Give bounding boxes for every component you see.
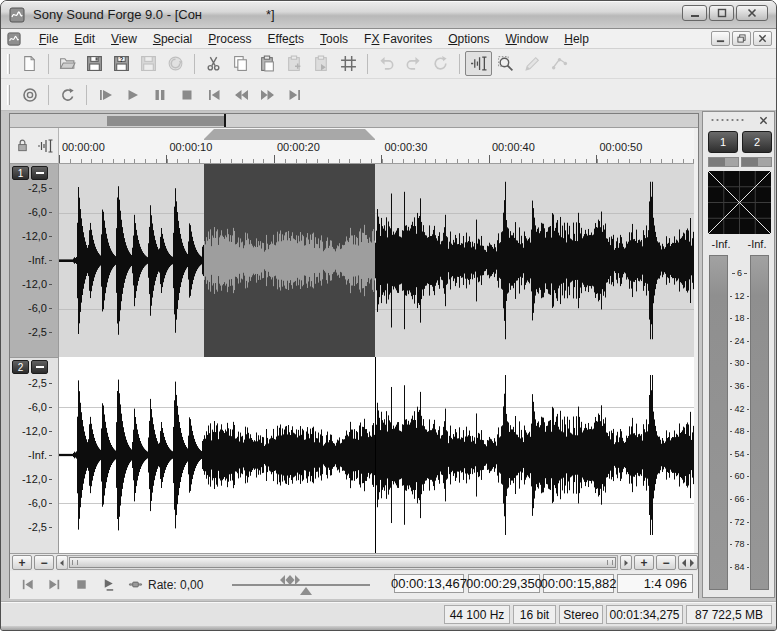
go-to-start-button[interactable] bbox=[200, 82, 227, 107]
toolbar-grip[interactable] bbox=[7, 54, 10, 74]
redo-button[interactable] bbox=[400, 51, 427, 76]
selection-length-box[interactable]: 00:00:15,882 bbox=[543, 574, 614, 593]
minimize-button[interactable] bbox=[682, 5, 707, 21]
pause-button[interactable] bbox=[146, 82, 173, 107]
overview-bar[interactable] bbox=[10, 114, 698, 128]
channel-2-buttons: 2 bbox=[12, 360, 48, 374]
paste-special-button[interactable] bbox=[281, 51, 308, 76]
play-button[interactable] bbox=[119, 82, 146, 107]
play-all-button[interactable] bbox=[92, 82, 119, 107]
scrollbar-thumb[interactable] bbox=[69, 557, 616, 568]
channel-2-wavebox[interactable] bbox=[59, 357, 694, 553]
menu-view[interactable]: View bbox=[103, 30, 145, 48]
lock-icon[interactable] bbox=[15, 138, 30, 153]
level-bar-1[interactable] bbox=[708, 157, 739, 167]
status-bit-depth[interactable]: 16 bit bbox=[513, 605, 556, 624]
overview-cursor[interactable] bbox=[224, 114, 226, 127]
titlebar[interactable]: Sony Sound Forge 9.0 - [Сон*] bbox=[1, 1, 776, 29]
panel-grip[interactable] bbox=[710, 118, 744, 122]
go-to-end-button[interactable] bbox=[281, 82, 308, 107]
panel-close-button[interactable] bbox=[756, 114, 771, 126]
edit-tool-button[interactable] bbox=[465, 51, 492, 76]
rewind-icon bbox=[233, 87, 249, 103]
menu-help[interactable]: Help bbox=[556, 30, 597, 48]
time-ruler[interactable]: 00:00:0000:00:1000:00:2000:00:3000:00:40… bbox=[59, 128, 694, 164]
go-to-end-button[interactable] bbox=[43, 574, 65, 594]
scrub-button[interactable] bbox=[124, 574, 146, 594]
stop-button[interactable] bbox=[70, 574, 92, 594]
zoom-out-button[interactable]: − bbox=[656, 555, 676, 570]
meter-channel-1-button[interactable]: 1 bbox=[708, 131, 738, 153]
repeat-button[interactable] bbox=[427, 51, 454, 76]
overview-selection[interactable] bbox=[107, 116, 224, 126]
maximize-button[interactable] bbox=[709, 5, 734, 21]
mix-paste-button[interactable] bbox=[308, 51, 335, 76]
menu-tools[interactable]: Tools bbox=[312, 30, 356, 48]
zoom-in-button[interactable]: + bbox=[634, 555, 654, 570]
menu-file[interactable]: File bbox=[31, 30, 66, 48]
pencil-tool-button[interactable] bbox=[519, 51, 546, 76]
go-to-start-button[interactable] bbox=[16, 574, 38, 594]
stop-icon bbox=[74, 577, 89, 592]
loop-playback-button[interactable] bbox=[54, 82, 81, 107]
menu-options[interactable]: Options bbox=[440, 30, 497, 48]
record-button[interactable] bbox=[16, 82, 43, 107]
meter-scale-value: 30 bbox=[730, 359, 749, 368]
horizontal-scrollbar[interactable] bbox=[67, 555, 618, 570]
rate-slider-handle[interactable] bbox=[278, 575, 302, 585]
meter-channel-2-button[interactable]: 2 bbox=[742, 131, 772, 153]
menu-fx-favorites[interactable]: FX Favorites bbox=[356, 30, 440, 48]
zoom-out-time-button[interactable]: − bbox=[34, 555, 54, 570]
status-sample-rate[interactable]: 44 100 Hz bbox=[444, 605, 510, 624]
paste-button[interactable] bbox=[254, 51, 281, 76]
status-channels[interactable]: Stereo bbox=[559, 605, 603, 624]
toolbar-grip[interactable] bbox=[7, 85, 10, 105]
menu-edit[interactable]: Edit bbox=[66, 30, 103, 48]
close-button[interactable] bbox=[736, 5, 768, 21]
menu-window[interactable]: Window bbox=[498, 30, 557, 48]
channel-2-collapse-button[interactable] bbox=[31, 360, 48, 374]
channel-1-collapse-button[interactable] bbox=[31, 166, 48, 180]
menu-special[interactable]: Special bbox=[145, 30, 200, 48]
scroll-right-button[interactable] bbox=[620, 555, 632, 570]
selection-end-box[interactable]: 00:00:29,350 bbox=[468, 574, 540, 593]
forward-button[interactable] bbox=[254, 82, 281, 107]
channel-1-number-button[interactable]: 1 bbox=[12, 166, 29, 180]
envelope-tool-button[interactable] bbox=[546, 51, 573, 76]
zoom-fit-button[interactable] bbox=[678, 555, 698, 570]
stop-button[interactable] bbox=[173, 82, 200, 107]
play-normal-button[interactable] bbox=[97, 574, 119, 594]
channel-2-number-button[interactable]: 2 bbox=[12, 360, 29, 374]
copy-button[interactable] bbox=[227, 51, 254, 76]
save-as-button[interactable] bbox=[108, 51, 135, 76]
selection-loop-bar[interactable] bbox=[204, 129, 375, 140]
selection-start-box[interactable]: 00:00:13,467 bbox=[394, 574, 464, 593]
go-to-start-icon bbox=[206, 87, 222, 103]
zoom-ratio-box[interactable]: 1:4 096 bbox=[617, 574, 693, 593]
magnify-tool-button[interactable] bbox=[492, 51, 519, 76]
level-bar-2[interactable] bbox=[741, 157, 772, 167]
open-button[interactable] bbox=[54, 51, 81, 76]
zoom-in-time-button[interactable]: + bbox=[12, 555, 32, 570]
mdi-restore-button[interactable] bbox=[732, 31, 751, 46]
rewind-button[interactable] bbox=[227, 82, 254, 107]
playbar: Rate: 0,00 00:00:13,467 00:00:29,350 00:… bbox=[10, 571, 698, 599]
save-button[interactable] bbox=[81, 51, 108, 76]
ruler-label: 00:00:20 bbox=[277, 141, 320, 153]
waveform-channel-2[interactable] bbox=[59, 357, 694, 553]
save-all-button[interactable] bbox=[135, 51, 162, 76]
playback-cursor[interactable] bbox=[375, 357, 376, 553]
menu-effects[interactable]: Effects bbox=[260, 30, 312, 48]
trim-crop-button[interactable] bbox=[335, 51, 362, 76]
mdi-close-button[interactable] bbox=[753, 31, 772, 46]
cut-button[interactable] bbox=[200, 51, 227, 76]
edit-tool-icon[interactable] bbox=[37, 138, 53, 154]
undo-button[interactable] bbox=[373, 51, 400, 76]
channel-1-wavebox[interactable] bbox=[59, 164, 694, 357]
new-file-button[interactable] bbox=[16, 51, 43, 76]
mdi-minimize-button[interactable] bbox=[711, 31, 730, 46]
menu-process[interactable]: Process bbox=[200, 30, 259, 48]
publish-button[interactable] bbox=[162, 51, 189, 76]
waveform-channel-1[interactable] bbox=[59, 164, 694, 357]
document-system-icon[interactable] bbox=[7, 32, 21, 46]
